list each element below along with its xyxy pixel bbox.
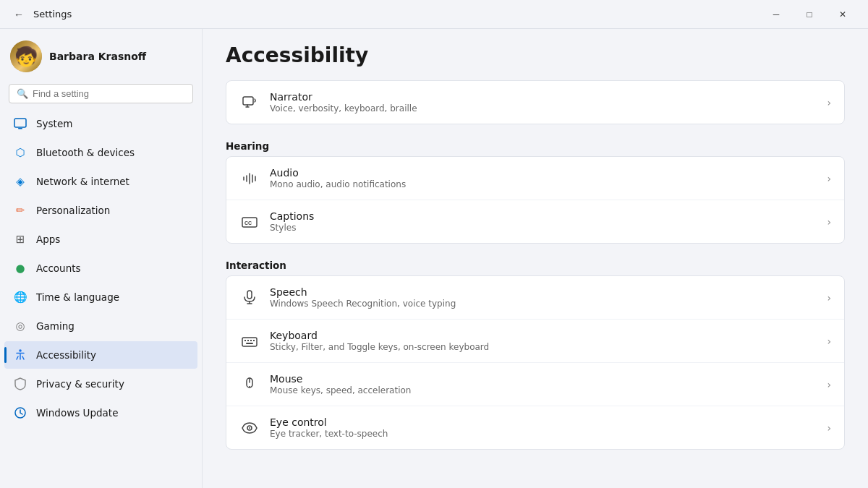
speech-text: Speech Windows Speech Recognition, voice…: [270, 286, 817, 309]
search-box[interactable]: 🔍: [9, 84, 193, 103]
mouse-desc: Mouse keys, speed, acceleration: [270, 385, 817, 395]
keyboard-chevron: ›: [827, 335, 831, 347]
time-icon: 🌐: [13, 290, 27, 304]
mouse-name: Mouse: [270, 373, 817, 385]
accounts-icon: ●: [13, 261, 27, 275]
svg-rect-11: [250, 340, 252, 341]
sidebar-item-apps[interactable]: ⊞ Apps: [4, 226, 197, 253]
page-title: Accessibility: [226, 43, 845, 67]
narrator-name: Narrator: [270, 91, 817, 103]
captions-icon: CC: [239, 212, 260, 232]
svg-rect-12: [253, 340, 255, 341]
interaction-section-label: Interaction: [226, 254, 845, 275]
speech-chevron: ›: [827, 292, 831, 304]
svg-rect-9: [244, 340, 246, 341]
sidebar-item-time[interactable]: 🌐 Time & language: [4, 283, 197, 311]
captions-text: Captions Styles: [270, 210, 817, 233]
eye-control-item[interactable]: Eye control Eye tracker, text-to-speech …: [226, 406, 844, 449]
mouse-icon: [239, 374, 260, 395]
accessibility-icon: [13, 348, 27, 362]
apps-icon: ⊞: [13, 232, 27, 247]
sidebar-item-bluetooth-label: Bluetooth & devices: [36, 147, 187, 158]
narrator-chevron: ›: [827, 97, 831, 108]
titlebar-title: Settings: [33, 9, 72, 20]
app-body: 🧒 Barbara Krasnoff 🔍 System ⬡ Bluetooth …: [0, 29, 868, 488]
eye-control-desc: Eye tracker, text-to-speech: [270, 429, 817, 439]
profile-section[interactable]: 🧒 Barbara Krasnoff: [0, 29, 202, 81]
sidebar-item-system-label: System: [36, 118, 187, 129]
close-button[interactable]: ✕: [826, 2, 859, 27]
narrator-text: Narrator Voice, verbosity, keyboard, bra…: [270, 91, 817, 114]
svg-rect-1: [18, 128, 22, 129]
keyboard-item[interactable]: Keyboard Sticky, Filter, and Toggle keys…: [226, 320, 844, 363]
sidebar-item-network[interactable]: ◈ Network & internet: [4, 168, 197, 195]
sidebar-item-accessibility[interactable]: Accessibility: [4, 341, 197, 369]
search-input[interactable]: [33, 88, 185, 99]
search-icon: 🔍: [17, 88, 28, 99]
bluetooth-icon: ⬡: [13, 145, 27, 160]
sidebar-item-network-label: Network & internet: [36, 176, 187, 187]
captions-name: Captions: [270, 210, 817, 222]
captions-chevron: ›: [827, 216, 831, 228]
svg-point-15: [249, 386, 250, 388]
narrator-icon: [239, 93, 260, 113]
mouse-text: Mouse Mouse keys, speed, acceleration: [270, 373, 817, 395]
sidebar-item-gaming[interactable]: ◎ Gaming: [4, 312, 197, 340]
hearing-section-label: Hearing: [226, 134, 845, 156]
interaction-group: Speech Windows Speech Recognition, voice…: [226, 275, 845, 450]
audio-chevron: ›: [827, 173, 831, 184]
sidebar-item-accessibility-label: Accessibility: [36, 349, 187, 361]
back-button[interactable]: ←: [9, 4, 29, 25]
system-icon: [13, 116, 27, 131]
captions-item[interactable]: CC Captions Styles ›: [226, 200, 844, 243]
mouse-chevron: ›: [827, 379, 831, 390]
mouse-item[interactable]: Mouse Mouse keys, speed, acceleration ›: [226, 363, 844, 406]
svg-rect-4: [243, 97, 253, 105]
sidebar-item-privacy[interactable]: Privacy & security: [4, 370, 197, 398]
svg-point-2: [19, 349, 22, 352]
eye-control-name: Eye control: [270, 416, 817, 428]
sidebar-item-personalization[interactable]: ✏ Personalization: [4, 197, 197, 224]
window-controls: ─ □ ✕: [760, 2, 859, 27]
minimize-button[interactable]: ─: [760, 2, 793, 27]
sidebar-item-system[interactable]: System: [4, 110, 197, 137]
sidebar-item-time-label: Time & language: [36, 291, 187, 303]
audio-item[interactable]: Audio Mono audio, audio notifications ›: [226, 157, 844, 200]
sidebar-item-gaming-label: Gaming: [36, 320, 187, 332]
main-content: Accessibility Narrator Voice, verbosity,…: [203, 29, 868, 488]
audio-icon: [239, 168, 260, 189]
sidebar-item-accounts[interactable]: ● Accounts: [4, 254, 197, 282]
update-icon: [13, 406, 27, 420]
sidebar-item-privacy-label: Privacy & security: [36, 378, 187, 390]
svg-rect-13: [246, 343, 253, 344]
svg-rect-8: [242, 338, 257, 346]
titlebar: ← Settings ─ □ ✕: [0, 0, 868, 29]
captions-desc: Styles: [270, 223, 817, 233]
speech-icon: [239, 288, 260, 308]
privacy-icon: [13, 377, 27, 391]
eye-control-icon: [239, 418, 260, 438]
avatar: 🧒: [10, 40, 42, 72]
sidebar-item-update[interactable]: Windows Update: [4, 399, 197, 427]
keyboard-text: Keyboard Sticky, Filter, and Toggle keys…: [270, 330, 817, 352]
audio-name: Audio: [270, 167, 817, 179]
speech-item[interactable]: Speech Windows Speech Recognition, voice…: [226, 276, 844, 320]
hearing-group: Audio Mono audio, audio notifications › …: [226, 156, 845, 244]
maximize-button[interactable]: □: [793, 2, 826, 27]
sidebar-item-personalization-label: Personalization: [36, 205, 187, 216]
audio-desc: Mono audio, audio notifications: [270, 179, 817, 189]
narrator-item[interactable]: Narrator Voice, verbosity, keyboard, bra…: [226, 81, 844, 124]
svg-rect-0: [14, 119, 26, 127]
eye-control-text: Eye control Eye tracker, text-to-speech: [270, 416, 817, 439]
keyboard-desc: Sticky, Filter, and Toggle keys, on-scre…: [270, 342, 817, 352]
sidebar-item-bluetooth[interactable]: ⬡ Bluetooth & devices: [4, 139, 197, 166]
svg-rect-7: [247, 291, 252, 299]
keyboard-name: Keyboard: [270, 330, 817, 341]
narrator-group: Narrator Voice, verbosity, keyboard, bra…: [226, 80, 845, 124]
svg-rect-10: [247, 340, 249, 341]
audio-text: Audio Mono audio, audio notifications: [270, 167, 817, 189]
svg-text:CC: CC: [244, 221, 252, 226]
sidebar-item-update-label: Windows Update: [36, 407, 187, 419]
keyboard-icon: [239, 331, 260, 351]
sidebar-item-apps-label: Apps: [36, 234, 187, 245]
